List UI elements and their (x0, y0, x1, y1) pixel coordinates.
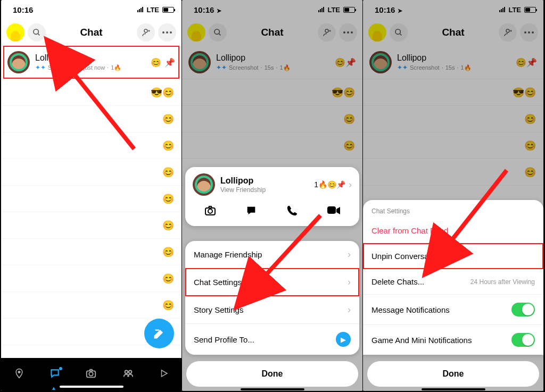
header-title: Chat (227, 27, 318, 38)
phone-screen-3: 10:16 ➤ LTE Chat Lollipop ✦✦Screenshot·1… (363, 0, 544, 391)
clear-from-feed-item[interactable]: Clear from Chat Feed (363, 218, 543, 244)
friend-avatar (369, 51, 392, 73)
chat-row-9[interactable]: 😊 (1, 265, 181, 292)
chat-status: Screenshot (229, 64, 259, 71)
header-title: Chat (46, 27, 137, 38)
svg-point-33 (532, 31, 534, 34)
settings-title: Chat Settings (363, 200, 543, 218)
msg-notif-label: Message Notifications (371, 305, 450, 314)
call-button[interactable] (286, 205, 298, 219)
search-button[interactable] (28, 23, 46, 41)
svg-point-21 (351, 31, 353, 34)
more-button[interactable] (158, 23, 176, 41)
chat-row-7[interactable]: 😊 (1, 212, 181, 239)
status-network: LTE (327, 6, 340, 14)
chat-row-10[interactable]: 😊 (1, 292, 181, 319)
map-tab[interactable] (14, 368, 24, 381)
chat-row-2[interactable]: 😎😊 (1, 79, 181, 106)
chat-row-8[interactable]: 😊 (1, 239, 181, 265)
chat-time: 15s (445, 64, 455, 71)
svg-point-31 (524, 31, 526, 34)
search-icon (32, 28, 41, 37)
my-avatar[interactable] (368, 23, 386, 41)
done-button[interactable]: Done (186, 361, 358, 387)
status-bar: 10:16 ➤ LTE (363, 0, 543, 19)
pin-icon: 📌 (164, 57, 175, 68)
my-avatar[interactable] (6, 23, 24, 41)
status-bar: 10:16 ➤ LTE (182, 0, 362, 19)
svg-point-12 (129, 370, 132, 373)
camera-tab[interactable] (85, 368, 97, 382)
send-profile-item[interactable]: Send Profile To... ▶ (185, 324, 359, 355)
done-button[interactable]: Done (367, 361, 539, 387)
svg-point-5 (162, 31, 164, 34)
signal-icon (318, 7, 324, 12)
video-call-button[interactable] (327, 205, 341, 219)
my-avatar[interactable] (187, 23, 205, 41)
chat-row-2[interactable]: 😎😊 (363, 79, 543, 106)
svg-point-10 (89, 372, 93, 376)
chat-header: Chat (1, 19, 181, 46)
manage-friendship-item[interactable]: Manage Friendship› (185, 241, 359, 269)
chat-streak: 1🔥 (280, 64, 291, 71)
home-indicator (60, 386, 123, 388)
svg-point-20 (347, 31, 349, 34)
new-chat-fab[interactable] (144, 319, 174, 348)
chat-row-4[interactable]: 😊 (1, 132, 181, 159)
clear-label: Clear from Chat Feed (371, 226, 448, 235)
tab-bar: ▲ (1, 358, 181, 391)
search-button[interactable] (209, 23, 227, 41)
battery-icon (524, 7, 536, 13)
profile-header[interactable]: Lollipop View Friendship 1🔥😊📌 › (185, 167, 359, 199)
chat-status: Screenshot (410, 64, 440, 71)
friend-avatar (7, 51, 30, 73)
chat-row-3[interactable]: 😊 (182, 106, 362, 132)
chat-streak: 1🔥 (461, 64, 472, 71)
delete-chats-item[interactable]: Delete Chats... 24 Hours after Viewing (363, 269, 543, 295)
game-notifications-item[interactable]: Game And Mini Notifications (363, 325, 543, 355)
chat-row-6[interactable]: 😊 (1, 186, 181, 212)
chat-row-lollipop[interactable]: Lollipop ✦✦Screenshot·15s·1🔥 😊📌 (182, 46, 362, 79)
stories-tab[interactable] (122, 368, 134, 382)
svg-point-23 (208, 209, 212, 213)
add-friend-button[interactable] (318, 23, 336, 41)
chat-row-3[interactable]: 😊 (1, 106, 181, 132)
send-profile-label: Send Profile To... (194, 335, 254, 344)
chat-row-5[interactable]: 😊 (1, 159, 181, 186)
more-button[interactable] (339, 23, 357, 41)
signal-icon (137, 7, 143, 12)
header-title: Chat (408, 27, 499, 38)
toggle-on-icon[interactable] (511, 333, 535, 347)
chat-row-icons: 😊 📌 (151, 57, 175, 68)
story-settings-item[interactable]: Story Settings› (185, 296, 359, 324)
chat-row-4[interactable]: 😊 (182, 132, 362, 159)
chat-tab[interactable] (49, 368, 60, 381)
chat-row-4[interactable]: 😊 (363, 132, 543, 159)
add-friend-button[interactable] (137, 23, 155, 41)
chat-row-lollipop[interactable]: Lollipop ✦✦Screenshot·15s·1🔥 😊📌 (363, 46, 543, 79)
friend-avatar (193, 173, 215, 196)
svg-point-28 (506, 29, 509, 32)
chat-name: Lollipop (35, 53, 151, 63)
chat-row-5[interactable]: 😊 (363, 159, 543, 186)
more-icon (162, 31, 172, 34)
add-friend-button[interactable] (499, 23, 517, 41)
unpin-label: Unpin Conversation (371, 252, 442, 261)
search-button[interactable] (390, 23, 408, 41)
story-settings-label: Story Settings (194, 305, 243, 314)
message-notifications-item[interactable]: Message Notifications (363, 295, 543, 325)
chat-row-lollipop[interactable]: Lollipop ✦✦ Screenshot· just now· 1🔥 😊 📌 (1, 46, 181, 79)
chat-settings-item[interactable]: Chat Settings› (185, 269, 359, 296)
chat-row-2[interactable]: 😎😊 (182, 79, 362, 106)
profile-badge: 1🔥😊📌 (314, 180, 345, 189)
toggle-on-icon[interactable] (511, 303, 535, 316)
more-button[interactable] (520, 23, 538, 41)
play-tab[interactable] (159, 369, 169, 381)
chat-row-3[interactable]: 😊 (363, 106, 543, 132)
chevron-right-icon: › (348, 277, 351, 288)
snap-camera-button[interactable] (204, 204, 217, 220)
done-label: Done (262, 369, 283, 379)
friend-avatar (188, 51, 211, 73)
unpin-conversation-item[interactable]: Unpin Conversation (363, 244, 543, 269)
chat-button[interactable] (245, 205, 257, 219)
